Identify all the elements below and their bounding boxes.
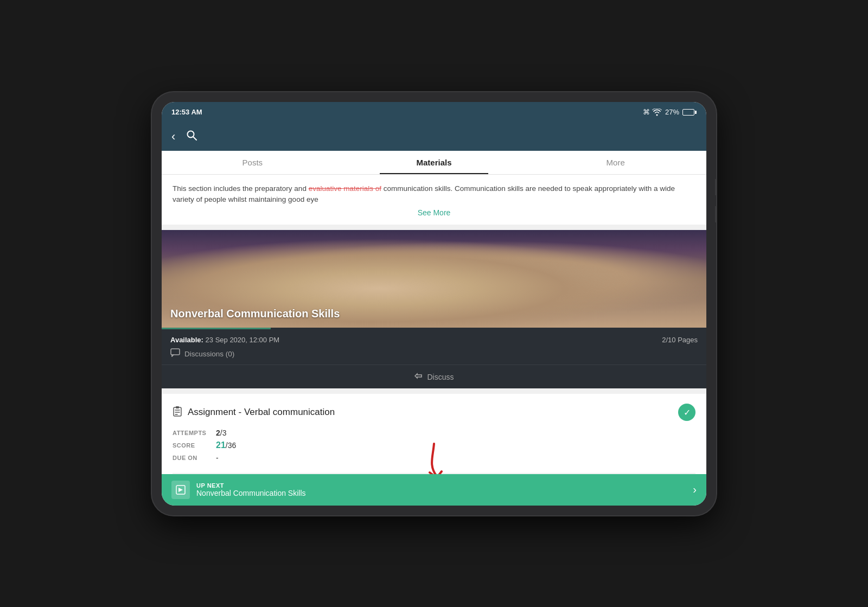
side-button-top — [715, 179, 717, 195]
discuss-label: Discuss — [427, 373, 454, 381]
discussions-text: Discussions (0) — [184, 350, 234, 358]
battery-icon — [682, 109, 697, 116]
up-next-chevron-icon: › — [693, 483, 697, 496]
completion-badge: ✓ — [678, 404, 695, 421]
attempts-label: ATTEMPTS — [173, 430, 216, 436]
assignment-header: Assignment - Verbal communication ✓ — [173, 404, 695, 421]
assignment-card: Assignment - Verbal communication ✓ ATTE… — [162, 394, 706, 474]
main-content: This section includes the preparatory an… — [162, 175, 706, 474]
attempts-row: ATTEMPTS 2/3 — [173, 429, 695, 437]
video-title: Nonverbal Communication Skills — [170, 308, 340, 320]
side-button-mid — [715, 206, 717, 222]
assignment-title: Assignment - Verbal communication — [188, 407, 335, 418]
assignment-icon — [173, 406, 182, 419]
battery-body — [682, 109, 694, 116]
up-next-title: Nonverbal Communication Skills — [196, 489, 693, 497]
attempts-value: 2/3 — [216, 429, 226, 437]
svg-rect-2 — [171, 349, 180, 355]
video-thumbnail[interactable]: Nonverbal Communication Skills — [162, 230, 706, 328]
discuss-button[interactable]: Discuss — [162, 365, 706, 388]
battery-tip — [695, 111, 697, 114]
video-discussions: Discussions (0) — [162, 348, 706, 365]
assignment-stats: ATTEMPTS 2/3 SCORE 21/36 DUE ON - — [173, 429, 695, 473]
status-time: 12:53 AM — [171, 108, 202, 116]
description-text: This section includes the preparatory an… — [173, 183, 695, 206]
svg-rect-8 — [176, 406, 179, 408]
tablet-frame: 12:53 AM ⌘ 27% — [152, 92, 716, 515]
see-more-button[interactable]: See More — [173, 205, 695, 218]
back-button[interactable]: ‹ — [171, 130, 175, 144]
score-value: 21/36 — [216, 440, 236, 450]
tab-materials[interactable]: Materials — [343, 151, 525, 174]
up-next-bar[interactable]: UP NEXT Nonverbal Communication Skills › — [162, 474, 706, 506]
tab-more[interactable]: More — [525, 151, 706, 174]
status-bar: 12:53 AM ⌘ 27% — [162, 102, 706, 123]
svg-line-1 — [194, 137, 197, 140]
discussion-icon — [170, 348, 180, 359]
tab-bar: Posts Materials More — [162, 151, 706, 175]
svg-point-0 — [188, 131, 194, 138]
video-card: Nonverbal Communication Skills Available… — [162, 230, 706, 388]
tablet-screen: 12:53 AM ⌘ 27% — [162, 102, 706, 506]
up-next-icon — [171, 481, 190, 499]
up-next-text: UP NEXT Nonverbal Communication Skills — [196, 482, 693, 497]
discuss-icon — [414, 372, 423, 382]
video-available-date: Available: 23 Sep 2020, 12:00 PM — [170, 336, 279, 344]
up-next-label: UP NEXT — [196, 482, 693, 489]
strikethrough-text: evaluative materials of — [309, 184, 381, 193]
assignment-actions: VIEW MY ATTEMPTS RESUME — [173, 473, 695, 474]
battery-percent: 27% — [665, 108, 679, 116]
description-card: This section includes the preparatory an… — [162, 175, 706, 225]
score-label: SCORE — [173, 442, 216, 449]
due-on-label: DUE ON — [173, 455, 216, 461]
status-icons: ⌘ 27% — [643, 108, 697, 117]
video-pages: 2/10 Pages — [662, 336, 698, 344]
due-on-value: - — [216, 453, 219, 462]
wifi-icon: ⌘ — [643, 108, 662, 117]
video-meta: Available: 23 Sep 2020, 12:00 PM 2/10 Pa… — [162, 329, 706, 348]
search-button[interactable] — [186, 130, 197, 143]
due-on-row: DUE ON - — [173, 453, 695, 462]
nav-bar: ‹ — [162, 123, 706, 151]
score-row: SCORE 21/36 — [173, 440, 695, 450]
assignment-title-row: Assignment - Verbal communication — [173, 406, 335, 419]
tab-posts[interactable]: Posts — [162, 151, 343, 174]
